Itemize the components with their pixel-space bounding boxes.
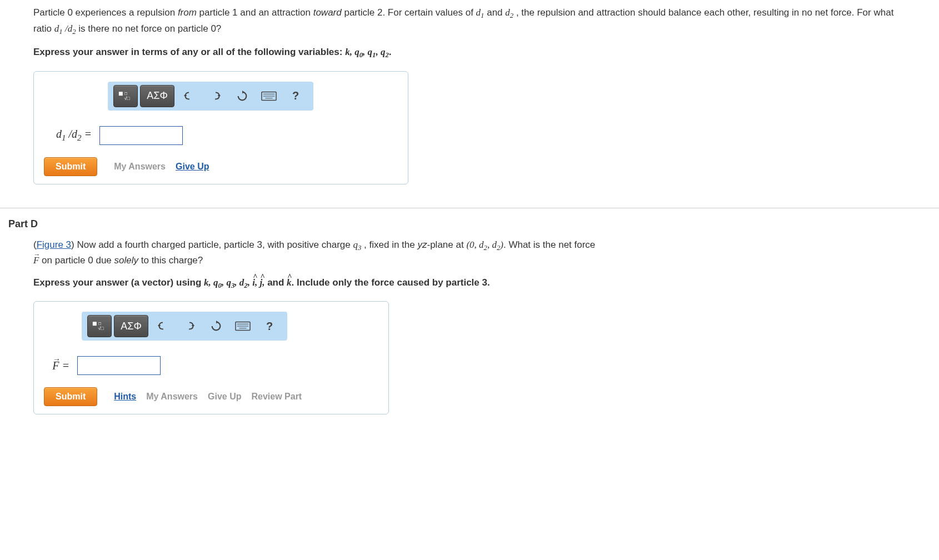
problem-text-d: (Figure 3) Now add a fourth charged part… — [33, 238, 906, 268]
button-row-c: Submit My Answers Give Up — [44, 157, 398, 176]
answer-box-d: □√□ ΑΣΦ ? F = Submit Hints — [33, 301, 389, 414]
figure-link[interactable]: Figure 3 — [37, 239, 71, 250]
answer-line-d: F = — [44, 356, 378, 375]
reset-button[interactable] — [204, 315, 228, 337]
keyboard-button[interactable] — [257, 85, 281, 107]
problem-text-c: Particle 0 experiences a repulsion from … — [33, 6, 906, 37]
answer-line-c: d1 /d2 = — [44, 126, 398, 145]
reset-button[interactable] — [230, 85, 254, 107]
give-up-link: Give Up — [208, 392, 241, 402]
greek-button[interactable]: ΑΣΦ — [140, 85, 174, 107]
answer-input-c[interactable] — [99, 126, 183, 145]
help-button[interactable]: ? — [283, 85, 308, 107]
templates-button[interactable]: □√□ — [87, 315, 112, 337]
keyboard-button[interactable] — [231, 315, 255, 337]
greek-button[interactable]: ΑΣΦ — [114, 315, 148, 337]
button-row-d: Submit Hints My Answers Give Up Review P… — [44, 387, 378, 406]
my-answers-link: My Answers — [114, 162, 166, 172]
answer-box-c: □√□ ΑΣΦ ? d1 /d2 = Submit My Answ — [33, 71, 408, 184]
instruction-d: Express your answer (a vector) using k, … — [33, 276, 906, 292]
part-d-header: Part D — [8, 218, 939, 230]
submit-button[interactable]: Submit — [44, 387, 97, 406]
answer-label-d: F = — [44, 359, 72, 372]
review-part-link: Review Part — [251, 392, 302, 402]
redo-button[interactable] — [177, 315, 202, 337]
answer-label-c: d1 /d2 = — [44, 128, 94, 143]
undo-button[interactable] — [177, 85, 201, 107]
give-up-link[interactable]: Give Up — [176, 162, 209, 172]
undo-button[interactable] — [151, 315, 175, 337]
hints-link[interactable]: Hints — [114, 392, 136, 402]
help-button[interactable]: ? — [257, 315, 282, 337]
svg-rect-0 — [119, 92, 123, 96]
svg-text:√□: √□ — [98, 326, 104, 331]
equation-toolbar-d: □√□ ΑΣΦ ? — [82, 312, 287, 341]
instruction-c: Express your answer in terms of any or a… — [33, 45, 906, 61]
answer-input-d[interactable] — [77, 356, 161, 375]
equation-toolbar: □√□ ΑΣΦ ? — [108, 82, 313, 111]
submit-button[interactable]: Submit — [44, 157, 97, 176]
svg-text:√□: √□ — [124, 95, 130, 101]
svg-rect-7 — [93, 322, 97, 326]
templates-button[interactable]: □√□ — [113, 85, 138, 107]
redo-button[interactable] — [203, 85, 228, 107]
part-divider — [0, 208, 939, 208]
my-answers-link: My Answers — [146, 392, 198, 402]
